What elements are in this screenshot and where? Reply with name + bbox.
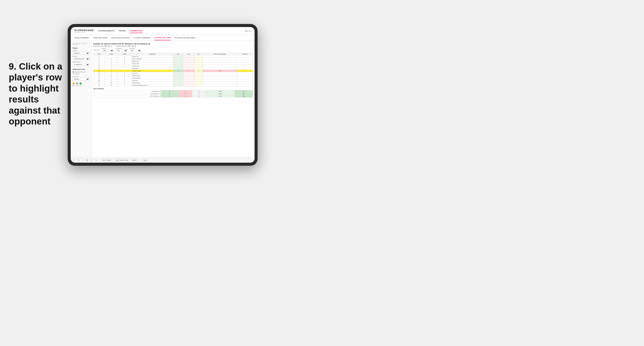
ood-row[interactable]: NCAA Division 25007.40010 — [94, 95, 253, 97]
undo-button[interactable]: ↩ — [72, 159, 76, 162]
region-filter-select[interactable]: (All) — [102, 49, 114, 52]
panel-title: Katelyn Vo Head-to-Head Grid for Women's… — [93, 43, 253, 45]
grid-button[interactable]: ⊞ — [85, 159, 89, 162]
opponent-filter-select[interactable]: (All) — [129, 49, 141, 52]
table-row[interactable]: 613Sydney Kuo — [94, 60, 253, 63]
radio-top-100[interactable]: Top 100 — [72, 73, 90, 75]
table-row[interactable]: 914Sharon Mun — [94, 63, 253, 65]
cell-diff — [203, 79, 237, 82]
gender-select[interactable]: Women's — [72, 52, 90, 55]
cell-rounds — [237, 79, 253, 82]
table-row[interactable]: 522Alexis Sudjianto — [94, 58, 253, 60]
sign-out-button[interactable]: Sign out — [245, 30, 251, 32]
subnav-team-h2h-grid[interactable]: TEAM H2H GRID — [93, 35, 108, 40]
ood-cell-tie: 0 — [192, 90, 206, 93]
share-button[interactable]: Share — [142, 159, 149, 162]
cell-opponent: Emily Chang — [132, 82, 173, 84]
cell-reg: 10 — [105, 82, 118, 84]
player-rank-select[interactable]: 8. Katelyn Vo — [72, 63, 90, 66]
table-row[interactable]: 20117Federica Domecq Lacroze — [94, 84, 253, 87]
toolbar-separator-2 — [140, 159, 140, 162]
save-custom-label: Save Custom View — [115, 159, 128, 161]
colour-by: Colour by Win/loss Down Level Up — [72, 76, 90, 86]
cell-win — [173, 55, 183, 58]
forward-button[interactable]: ⟩ — [82, 159, 84, 162]
table-row[interactable]: 131Jessica Huang010-3.002 — [94, 70, 253, 72]
cell-opponent: Eunice Yi — [132, 72, 173, 75]
cell-win — [173, 84, 183, 87]
division-select[interactable]: NCAA Division III — [72, 57, 90, 60]
table-row[interactable]: 1822Euna Lee — [94, 79, 253, 82]
cell-conf: 1 — [118, 77, 132, 79]
watch-button[interactable]: Watch ▾ — [131, 159, 139, 162]
conference-filter-select[interactable]: (All) — [116, 49, 128, 52]
subnav-player-h2h-heatmap[interactable]: PLAYER H2H HEATMAP — [174, 35, 196, 40]
cell-conf: 1 — [118, 55, 132, 58]
radio-label-2: Top 100 — [75, 73, 79, 75]
legend-labels: Down Level Up — [72, 85, 90, 86]
nav-teams[interactable]: TEAMS — [118, 29, 126, 33]
table-row[interactable]: 131Heeji Hyun — [94, 67, 253, 70]
cell-tie — [194, 63, 203, 65]
sidebar: Last Updated: 27/03/2024 16:55:28 Player… — [71, 41, 92, 158]
table-row[interactable]: 1585Stella Chong — [94, 75, 253, 77]
table-row[interactable]: 1691Jessica Mason — [94, 77, 253, 79]
col-header-opponent: Opponent — [132, 53, 173, 55]
table-row[interactable]: 19106Emily Chang — [94, 82, 253, 84]
cell-rounds — [237, 65, 253, 67]
cell-loss — [183, 55, 194, 58]
cell-div: 5 — [94, 58, 105, 60]
player-section-title: Player — [72, 47, 90, 49]
ood-row[interactable]: NAIA Division 115009.26730 — [94, 93, 253, 95]
cell-conf: 4 — [118, 63, 132, 65]
opponents-filter-group: Opponents: — [93, 49, 100, 51]
table-row[interactable]: 1063Andrea York — [94, 65, 253, 67]
ood-cell-win: 15 — [160, 93, 178, 95]
cell-div: 16 — [94, 77, 105, 79]
cell-reg: 8 — [105, 75, 118, 77]
cell-loss — [183, 63, 194, 65]
subnav-team-summary[interactable]: TEAM SUMMARY — [74, 35, 90, 40]
cell-tie — [194, 55, 203, 58]
subnav-team-h2h-heatmap[interactable]: TEAM H2H HEATMAP — [111, 35, 130, 40]
cell-div: 14 — [94, 72, 105, 75]
overall-record-label: Overall Record: — [93, 45, 104, 47]
cell-win — [173, 58, 183, 60]
cell-reg: 7 — [105, 72, 118, 75]
subnav-player-h2h-grid[interactable]: PLAYER H2H GRID — [154, 35, 171, 40]
cell-win — [173, 79, 183, 82]
radio-label-1: Opponents Played — [75, 71, 85, 73]
redo-button[interactable]: ↻ — [77, 159, 80, 162]
subnav-player-summary[interactable]: PLAYER SUMMARY — [134, 35, 151, 40]
main-content: Last Updated: 27/03/2024 16:55:28 Player… — [71, 41, 254, 158]
table-row[interactable]: 1474Eunice Yi — [94, 72, 253, 75]
refresh-button[interactable]: ⟲ — [90, 159, 93, 162]
colour-by-select[interactable]: Win/loss — [72, 78, 90, 81]
cell-opponent: Alexis Sudjianto — [132, 58, 173, 60]
ood-cell-name: Foreign Team — [94, 90, 161, 93]
ood-cell-diff: 4.500 — [206, 90, 235, 93]
legend-up-circle — [80, 82, 82, 85]
ood-title: Out of division — [93, 88, 253, 89]
save-custom-view-button[interactable]: Save Custom View — [114, 159, 130, 162]
view-original-label: View: Original — [102, 159, 111, 161]
ood-row[interactable]: Foreign Team1004.5002 — [94, 90, 253, 93]
view-original-button[interactable]: View: Original — [101, 159, 113, 162]
nav-committee[interactable]: COMMITTEE — [130, 29, 143, 33]
col-header-win: Win — [173, 53, 183, 55]
nav-tournaments[interactable]: TOURNAMENTS — [98, 29, 114, 33]
cell-reg: 6 — [105, 65, 118, 67]
target-button[interactable]: ⊙ — [94, 159, 98, 162]
table-row[interactable]: 31Esther Lee — [94, 55, 253, 58]
cell-tie — [194, 77, 203, 79]
main-table-area[interactable]: # Div # Reg # Conf Opponent Win Loss Tie… — [93, 53, 253, 156]
cell-conf: 5 — [118, 75, 132, 77]
cell-reg: 2 — [105, 79, 118, 82]
cell-win — [173, 77, 183, 79]
cell-reg: 1 — [105, 60, 118, 63]
division-record-value: 331 - 34 - 6 — [128, 45, 136, 47]
cell-diff — [203, 67, 237, 70]
out-of-division: Out of division Foreign Team1004.5002NAI… — [93, 88, 253, 97]
radio-opponents-played[interactable]: Opponents Played — [72, 71, 90, 73]
toolbar-separator-1 — [99, 159, 99, 162]
